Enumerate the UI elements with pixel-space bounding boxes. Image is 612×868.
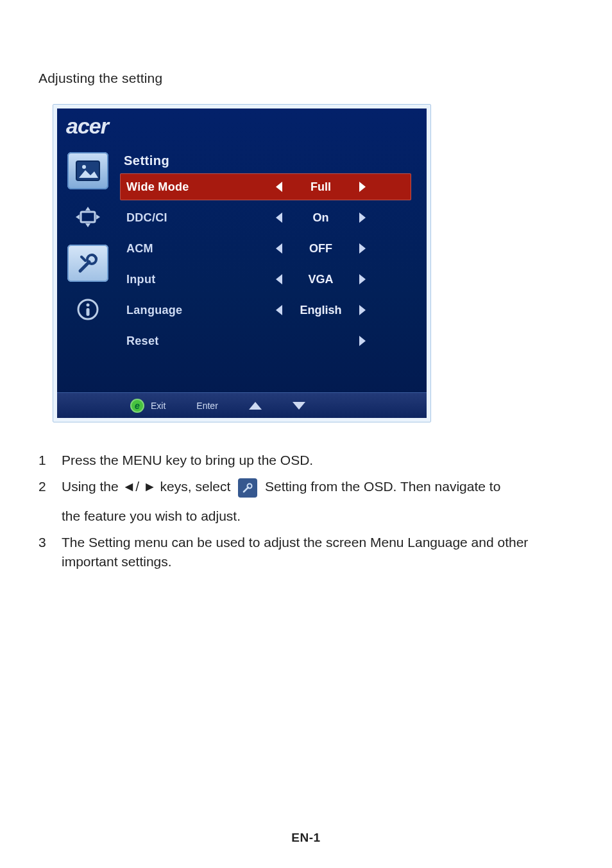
osd-row-acm[interactable]: ACM OFF (120, 235, 411, 262)
step-text: Press the MENU key to bring up the OSD. (62, 451, 574, 469)
osd-row-input[interactable]: Input VGA (120, 266, 411, 293)
footer-enter-label: Enter (196, 401, 217, 411)
osd-row-wide-mode[interactable]: Wide Mode Full (120, 173, 411, 200)
arrow-left[interactable] (274, 303, 284, 317)
footer-enter[interactable]: Enter (196, 401, 217, 411)
footer-up[interactable] (249, 402, 262, 410)
svg-point-7 (248, 483, 252, 488)
side-tab-position[interactable] (67, 198, 108, 236)
step2-pre: Using the ◄/ ► keys, select (62, 479, 234, 494)
brand-logo: acer (66, 114, 108, 138)
info-icon (76, 297, 100, 322)
footer-down[interactable] (293, 402, 305, 410)
osd-rows: Wide Mode Full DDC/CI On (120, 173, 411, 354)
row-label: Reset (126, 334, 235, 348)
svg-rect-2 (81, 212, 95, 222)
triangle-down-icon (293, 402, 305, 410)
arrow-left[interactable] (274, 211, 284, 225)
osd-header: acer (57, 108, 427, 142)
row-value: Full (298, 180, 343, 194)
e-badge-icon: e (130, 399, 144, 413)
arrow-right[interactable] (357, 180, 368, 194)
position-icon (73, 204, 103, 230)
osd-row-reset[interactable]: Reset (120, 327, 411, 354)
setting-tools-icon (75, 250, 101, 276)
svg-rect-6 (87, 308, 90, 316)
arrow-left[interactable] (274, 180, 284, 194)
osd-row-ddc-ci[interactable]: DDC/CI On (120, 204, 411, 231)
svg-point-5 (87, 304, 90, 307)
row-label: ACM (126, 242, 235, 256)
arrow-left[interactable] (274, 241, 284, 256)
osd-row-language[interactable]: Language English (120, 297, 411, 324)
row-value: On (298, 211, 343, 225)
step-text: Using the ◄/ ► keys, select Setting from… (62, 477, 574, 525)
row-label: Language (126, 304, 235, 317)
section-heading: Adjusting the setting (38, 71, 574, 86)
step-number: 3 (38, 533, 50, 571)
picture-icon (75, 160, 101, 182)
setting-tools-icon (238, 478, 257, 498)
row-label: DDC/CI (126, 211, 235, 225)
row-value: VGA (298, 273, 343, 286)
instruction-item: 3 The Setting menu can be used to adjust… (38, 533, 574, 571)
step-number: 2 (38, 477, 50, 525)
instruction-item: 1 Press the MENU key to bring up the OSD… (38, 451, 574, 469)
instruction-list: 1 Press the MENU key to bring up the OSD… (38, 451, 574, 571)
row-value: OFF (298, 242, 343, 256)
triangle-up-icon (249, 402, 262, 410)
svg-point-1 (82, 165, 86, 169)
side-tab-picture[interactable] (67, 152, 108, 189)
step2-mid: Setting from the OSD. Then navigate to (265, 479, 500, 494)
osd-footer: e Exit Enter (57, 392, 427, 418)
footer-exit[interactable]: e Exit (130, 399, 166, 413)
footer-exit-label: Exit (151, 401, 166, 411)
osd-panel: acer (53, 104, 431, 422)
step2-tail: the feature you wish to adjust. (62, 508, 241, 523)
arrow-right[interactable] (357, 334, 368, 348)
side-tab-setting[interactable] (67, 245, 108, 282)
row-label: Input (126, 273, 235, 286)
step-number: 1 (38, 451, 50, 469)
row-value: English (298, 304, 343, 317)
arrow-left[interactable] (274, 272, 284, 286)
row-label: Wide Mode (126, 180, 235, 194)
arrow-right[interactable] (357, 241, 368, 256)
osd-side-tabs (61, 146, 115, 386)
arrow-right[interactable] (357, 303, 368, 317)
side-tab-info[interactable] (67, 291, 108, 328)
arrow-right[interactable] (357, 272, 368, 286)
step-text: The Setting menu can be used to adjust t… (62, 533, 574, 571)
arrow-right[interactable] (357, 211, 368, 225)
osd-menu-title: Setting (120, 150, 418, 173)
instruction-item: 2 Using the ◄/ ► keys, select Setting fr… (38, 477, 574, 525)
page-number: EN-1 (0, 831, 612, 845)
